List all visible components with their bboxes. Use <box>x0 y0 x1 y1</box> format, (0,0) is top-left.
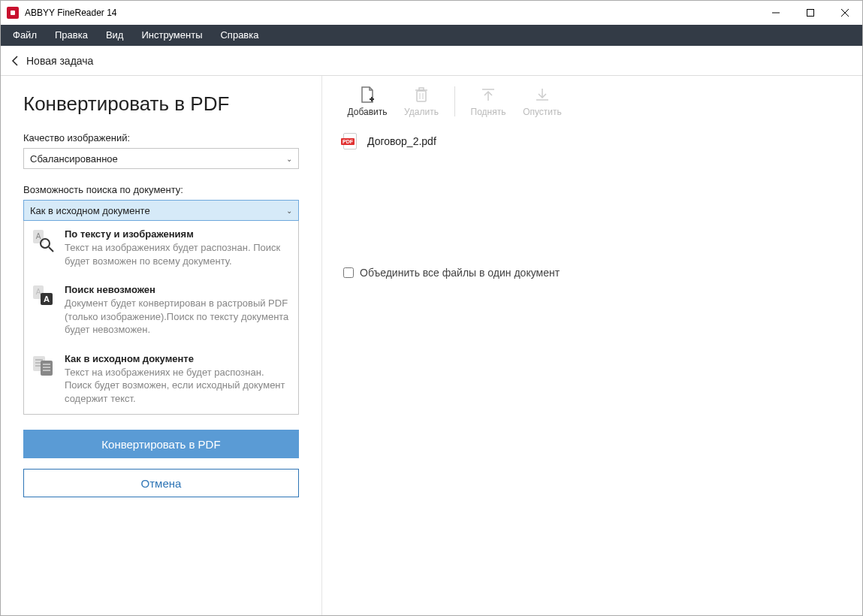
dropdown-item-text-and-images[interactable]: A По тексту и изображениям Текст на изоб… <box>24 221 298 276</box>
file-name: Договор_2.pdf <box>367 135 436 147</box>
quality-label: Качество изображений: <box>23 132 299 143</box>
titlebar: ABBYY FineReader 14 <box>1 1 862 25</box>
move-down-icon <box>533 86 551 104</box>
convert-button[interactable]: Конвертировать в PDF <box>23 430 299 458</box>
svg-rect-1 <box>11 11 15 15</box>
svg-rect-24 <box>417 91 426 101</box>
chevron-down-icon: ⌄ <box>286 155 292 163</box>
maximize-button[interactable] <box>793 1 828 25</box>
dropdown-item-desc: Документ будет конвертирован в растровый… <box>65 297 291 337</box>
search-select-value: Как в исходном документе <box>30 205 150 216</box>
dropdown-item-title: Как в исходном документе <box>65 353 291 364</box>
file-list: PDF Договор_2.pdf <box>322 121 862 162</box>
dropdown-item-title: По тексту и изображениям <box>65 228 291 240</box>
combine-files-row: Объединить все файлы в один документ <box>322 267 862 279</box>
dropdown-item-as-source[interactable]: Как в исходном документе Текст на изобра… <box>24 346 298 415</box>
dropdown-item-no-search[interactable]: AA Поиск невозможен Документ будет конве… <box>24 276 298 346</box>
text-and-images-icon: A <box>32 228 56 252</box>
cancel-button[interactable]: Отмена <box>23 469 299 497</box>
svg-rect-26 <box>419 88 424 90</box>
maximize-icon <box>807 9 814 17</box>
move-up-label: Поднять <box>471 107 506 117</box>
close-button[interactable] <box>828 1 862 25</box>
move-down-button: Опустить <box>515 86 569 117</box>
app-icon <box>7 7 19 19</box>
svg-rect-3 <box>807 10 814 17</box>
search-dropdown: A По тексту и изображениям Текст на изоб… <box>23 221 299 415</box>
navbar: Новая задача <box>1 46 862 76</box>
toolbar-separator <box>454 86 455 116</box>
add-file-icon <box>358 86 376 104</box>
menu-help[interactable]: Справка <box>211 25 267 46</box>
back-button[interactable] <box>11 56 19 66</box>
combine-files-label: Объединить все файлы в один документ <box>360 267 560 279</box>
move-up-button: Поднять <box>461 86 515 117</box>
add-file-label: Добавить <box>347 107 387 117</box>
chevron-down-icon: ⌄ <box>286 207 292 215</box>
window-title: ABBYY FineReader 14 <box>25 8 117 18</box>
left-panel: Конвертировать в PDF Качество изображени… <box>1 76 322 615</box>
search-label: Возможность поиска по документу: <box>23 184 299 195</box>
menu-edit[interactable]: Правка <box>46 25 97 46</box>
as-source-icon <box>32 353 56 377</box>
close-icon <box>841 9 849 17</box>
no-search-icon: AA <box>32 284 56 308</box>
delete-file-label: Удалить <box>404 107 439 117</box>
dropdown-item-title: Поиск невозможен <box>65 284 291 295</box>
dropdown-item-desc: Текст на изображениях не будет распознан… <box>65 366 291 406</box>
add-file-button[interactable]: Добавить <box>340 86 394 117</box>
svg-line-9 <box>49 247 53 252</box>
svg-text:A: A <box>44 294 50 303</box>
quality-select[interactable]: Сбалансированное ⌄ <box>23 148 299 169</box>
right-panel: Добавить Удалить Поднять Опустить <box>322 76 862 615</box>
back-icon <box>11 56 19 66</box>
menu-view[interactable]: Вид <box>97 25 133 46</box>
quality-select-value: Сбалансированное <box>30 153 118 165</box>
svg-rect-18 <box>41 361 53 376</box>
minimize-button[interactable] <box>759 1 793 25</box>
nav-title[interactable]: Новая задача <box>26 55 93 67</box>
combine-files-checkbox[interactable] <box>343 267 354 278</box>
menu-tools[interactable]: Инструменты <box>132 25 211 46</box>
page-title: Конвертировать в PDF <box>23 92 299 116</box>
svg-text:A: A <box>36 288 41 296</box>
delete-file-button: Удалить <box>394 86 448 117</box>
delete-icon <box>412 86 430 104</box>
move-down-label: Опустить <box>523 107 562 117</box>
svg-text:A: A <box>36 232 41 240</box>
menu-file[interactable]: Файл <box>4 25 46 46</box>
file-item[interactable]: PDF Договор_2.pdf <box>343 133 841 149</box>
minimize-icon <box>772 9 780 17</box>
toolbar: Добавить Удалить Поднять Опустить <box>322 76 862 121</box>
menubar: Файл Правка Вид Инструменты Справка <box>1 25 862 46</box>
move-up-icon <box>479 86 497 104</box>
pdf-file-icon: PDF <box>343 133 357 149</box>
dropdown-item-desc: Текст на изображениях будет распознан. П… <box>65 241 291 267</box>
search-select[interactable]: Как в исходном документе ⌄ <box>23 200 299 221</box>
content: Конвертировать в PDF Качество изображени… <box>1 76 862 615</box>
